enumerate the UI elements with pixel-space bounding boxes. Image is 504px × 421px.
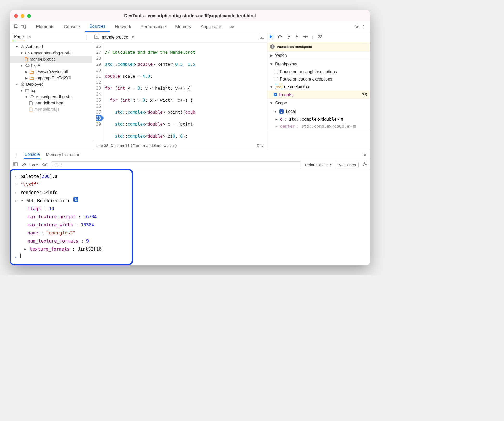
inspect-icon[interactable] [14,24,19,30]
svg-rect-10 [273,35,273,39]
pause-uncaught-checkbox[interactable]: Pause on uncaught exceptions [267,68,370,76]
levels-selector[interactable]: Default levels▼ [305,163,332,167]
toggle-navigator-icon[interactable] [95,35,99,40]
svg-rect-6 [95,35,99,39]
source-editor: mandelbrot.cc × 262728293031323334353637… [92,32,267,150]
svg-point-20 [44,164,45,165]
tab-sources[interactable]: Sources [85,21,110,32]
tree-mandelbrot-js[interactable]: mandelbrot.js [10,106,92,113]
drawer-kebab-icon[interactable]: ⋮ [14,152,19,158]
tree-site[interactable]: ▼emscripten-dbg-storie [10,50,92,56]
drawer-tab-memory-inspector[interactable]: Memory Inspector [46,151,80,159]
titlebar: DevTools - emscripten-dbg-stories.netlif… [10,10,370,21]
drawer: ⋮ Console Memory Inspector × top▼ Defaul… [10,150,370,265]
tab-network[interactable]: Network [111,21,135,32]
tab-console[interactable]: Console [60,21,84,32]
source-badge-icon: <·> [275,85,282,89]
step-into-icon[interactable] [287,34,291,40]
step-out-icon[interactable] [295,34,299,40]
window-title: DevTools - emscripten-dbg-stories.netlif… [10,13,370,18]
pause-caught-checkbox[interactable]: Pause on caught exceptions [267,76,370,83]
close-tab-icon[interactable]: × [132,35,134,40]
sources-sidebar: Page ≫ ⋮ ▼Authored ▼emscripten-dbg-stori… [10,32,92,150]
sidebar-more-icon[interactable]: ≫ [27,35,31,39]
devtools-window: DevTools - emscripten-dbg-stories.netlif… [10,10,370,265]
console-settings-icon[interactable] [362,162,367,168]
no-issues-button[interactable]: No Issues [336,162,359,168]
breakpoint-file[interactable]: ▼<·>mandelbrot.cc [267,83,370,91]
highlight-box [10,169,133,265]
close-drawer-icon[interactable]: × [363,152,367,158]
resume-icon[interactable] [269,34,274,40]
sidebar-tab-page[interactable]: Page [13,33,25,41]
paused-banner: i Paused on breakpoint [267,42,370,51]
tree-file-scheme[interactable]: ▼file:// [10,63,92,69]
svg-point-14 [307,36,308,37]
tree-top[interactable]: ▼top [10,88,92,94]
svg-rect-4 [25,89,29,92]
svg-point-21 [364,164,366,165]
kebab-icon[interactable]: ⋮ [361,24,367,30]
svg-line-19 [22,163,25,166]
memory-icon[interactable]: ▦ [341,117,343,122]
file-tree: ▼Authored ▼emscripten-dbg-storie mandelb… [10,42,92,114]
editor-tab-filename[interactable]: mandelbrot.cc [102,35,128,40]
tree-path-b[interactable]: ▶tmp/tmp.ELcTq2Y0 [10,75,92,81]
gutter[interactable]: 2627282930313233343536373839 [92,42,103,141]
tree-mandelbrot-cc[interactable]: mandelbrot.cc [10,56,92,63]
svg-point-11 [278,37,279,38]
filter-input[interactable] [51,161,301,168]
show-sidebar-icon[interactable] [13,162,18,167]
main-tabs: Elements Console Sources Network Perform… [10,21,370,32]
context-selector[interactable]: top▼ [29,163,39,167]
tab-elements[interactable]: Elements [32,21,59,32]
breakpoint-line[interactable]: break;38 [267,91,370,99]
deactivate-breakpoints-icon[interactable] [317,35,322,40]
gear-icon[interactable] [354,24,360,30]
show-navigator-icon[interactable] [260,35,264,40]
svg-point-12 [288,38,289,39]
debugger-toolbar: | [267,32,370,42]
more-tabs-icon[interactable]: ≫ [228,24,237,30]
tree-mandelbrot-html[interactable]: mandelbrot.html [10,100,92,106]
tree-path-a[interactable]: ▶b/s/w/ir/x/w/install [10,69,92,75]
svg-rect-16 [13,163,17,166]
tab-performance[interactable]: Performance [136,21,170,32]
live-expression-icon[interactable] [42,163,47,167]
sidebar-kebab-icon[interactable]: ⋮ [84,34,90,40]
tree-deployed[interactable]: ▼Deployed [10,81,92,88]
scope-var-center[interactable]: ▶center: std::complex<double>▦ [267,123,370,130]
breakpoints-section[interactable]: ▼Breakpoints [267,60,370,68]
console-body: ›palette[200].a ‹·'\\xff' ›renderer->inf… [10,170,370,265]
tree-site2[interactable]: ▼emscripten-dbg-sto [10,94,92,100]
editor-status: Line 38, Column 11 (From mandelbrot.wasm… [92,141,267,150]
svg-rect-1 [21,26,24,28]
device-icon[interactable] [20,24,26,30]
scope-local[interactable]: ▼LLocal [267,107,370,116]
scope-var-c[interactable]: ▶c: std::complex<double>▦ [267,116,370,123]
source-map-link[interactable]: mandelbrot.wasm [143,143,174,148]
svg-point-3 [356,26,358,28]
scope-section[interactable]: ▼Scope [267,99,370,107]
debugger-panel: | i Paused on breakpoint ▶Watch ▼Breakpo… [267,32,370,150]
info-icon: i [270,44,275,49]
tab-application[interactable]: Application [197,21,226,32]
svg-rect-2 [24,25,26,28]
watch-section[interactable]: ▶Watch [267,51,370,60]
svg-point-13 [296,35,297,36]
step-icon[interactable] [303,35,308,39]
clear-console-icon[interactable] [21,162,26,168]
code-body[interactable]: // Calculate and draw the Mandelbrot std… [103,42,195,141]
tab-memory[interactable]: Memory [171,21,195,32]
console-toolbar: top▼ Default levels▼ No Issues [10,160,370,170]
step-over-icon[interactable] [278,35,283,40]
drawer-tab-console[interactable]: Console [24,151,40,159]
tree-authored[interactable]: ▼Authored [10,44,92,50]
